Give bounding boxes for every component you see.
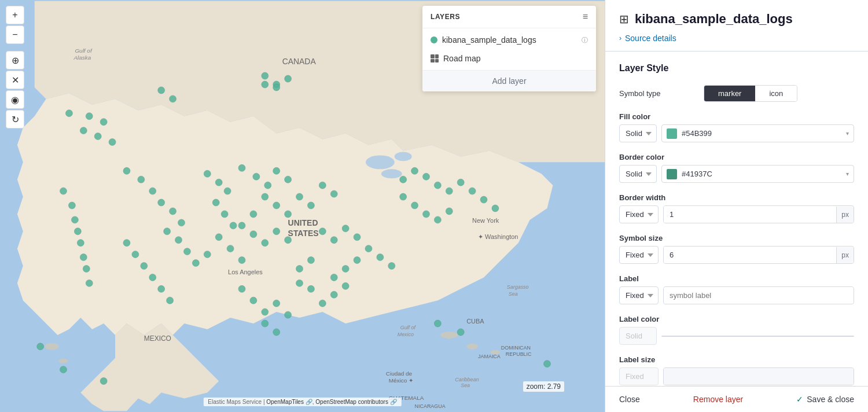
fill-color-type-select[interactable]: Solid — [619, 124, 657, 142]
svg-point-104 — [296, 279, 303, 286]
svg-point-8 — [59, 359, 68, 363]
layers-menu-icon[interactable]: ≡ — [583, 12, 588, 22]
svg-point-34 — [100, 119, 107, 126]
marker-toggle-btn[interactable]: marker — [704, 86, 755, 101]
svg-point-87 — [227, 245, 234, 252]
svg-point-125 — [285, 311, 292, 318]
svg-text:CUBA: CUBA — [466, 318, 484, 325]
fill-color-arrow: ▾ — [841, 130, 854, 137]
svg-text:Sea: Sea — [509, 291, 518, 297]
layer-item-roadmap[interactable]: Road map — [422, 49, 596, 68]
symbol-size-type-select[interactable]: Fixed — [619, 246, 659, 264]
svg-point-117 — [411, 202, 418, 209]
layer-item-kibana[interactable]: kibana_sample_data_logs ⓘ — [422, 31, 596, 49]
svg-point-59 — [149, 274, 156, 281]
add-layer-button[interactable]: Add layer — [422, 70, 596, 91]
map-controls: + − ⊕ ✕ ◉ ↻ — [6, 6, 24, 128]
svg-point-32 — [65, 110, 72, 117]
svg-point-88 — [238, 257, 245, 264]
remove-layer-button[interactable]: Remove layer — [693, 395, 743, 404]
svg-text:DOMINICAN: DOMINICAN — [501, 345, 531, 351]
fill-color-input-group[interactable]: #54B399 ▾ — [661, 124, 854, 142]
symbol-type-row: Symbol type marker icon — [619, 85, 854, 102]
svg-point-66 — [285, 176, 292, 183]
measure-button[interactable]: ✕ — [6, 71, 24, 89]
svg-point-85 — [230, 222, 237, 229]
border-color-row: Border color Solid #41937C ▾ — [619, 153, 854, 183]
label-color-input-group — [661, 336, 854, 337]
svg-point-50 — [170, 208, 176, 215]
fill-color-swatch — [667, 128, 677, 139]
svg-text:Caribbean: Caribbean — [455, 377, 479, 382]
symbol-size-input[interactable] — [664, 247, 836, 263]
label-field-label: Label — [619, 274, 854, 283]
svg-point-107 — [400, 176, 407, 183]
layers-button[interactable]: ◉ — [6, 90, 24, 109]
svg-point-100 — [342, 282, 349, 289]
svg-point-109 — [423, 173, 430, 180]
svg-text:NICARAGUA: NICARAGUA — [415, 403, 446, 409]
svg-point-101 — [330, 291, 337, 298]
svg-point-96 — [388, 263, 395, 270]
border-color-type-select[interactable]: Solid — [619, 165, 657, 183]
border-width-row: Border width Fixed px — [619, 193, 854, 223]
layer-dot-icon — [431, 36, 437, 43]
svg-point-7 — [45, 343, 59, 350]
zoom-in-button[interactable]: + — [6, 6, 24, 24]
zoom-out-button[interactable]: − — [6, 25, 24, 44]
label-type-select[interactable]: Fixed — [619, 286, 659, 304]
symbol-size-input-group: px — [663, 246, 854, 264]
svg-point-49 — [158, 199, 165, 206]
svg-text:UNITED: UNITED — [288, 218, 318, 227]
svg-point-132 — [285, 75, 292, 82]
svg-point-63 — [253, 173, 260, 180]
svg-point-90 — [319, 228, 326, 235]
label-size-row: Label size Fixed — [619, 355, 854, 385]
svg-point-57 — [132, 251, 139, 258]
source-details-row[interactable]: › Source details — [619, 34, 854, 51]
svg-point-38 — [60, 187, 67, 194]
svg-point-44 — [83, 266, 90, 273]
layer-style-section: Layer Style Symbol type marker icon Fill… — [605, 52, 868, 386]
svg-point-140 — [544, 360, 551, 367]
openstreetmap-link[interactable]: OpenStreetMap contributors — [315, 399, 388, 405]
border-width-input[interactable] — [664, 206, 836, 223]
svg-point-82 — [224, 187, 231, 194]
layer-info-icon[interactable]: ⓘ — [582, 36, 588, 45]
svg-point-45 — [86, 279, 93, 286]
svg-point-73 — [330, 190, 337, 197]
symbol-type-label: Symbol type — [619, 89, 694, 98]
compass-button[interactable]: ⊕ — [6, 51, 24, 69]
svg-point-127 — [273, 329, 280, 336]
svg-text:✦ Washington: ✦ Washington — [478, 233, 518, 240]
close-button[interactable]: Close — [619, 395, 640, 404]
svg-point-64 — [264, 182, 271, 189]
border-color-input-group[interactable]: #41937C ▾ — [661, 165, 854, 183]
svg-point-33 — [86, 113, 93, 120]
svg-text:Sargasso: Sargasso — [507, 284, 529, 290]
svg-point-68 — [273, 202, 280, 209]
svg-point-52 — [164, 228, 171, 235]
border-width-type-select[interactable]: Fixed — [619, 205, 659, 223]
border-width-unit: px — [836, 207, 854, 223]
save-close-label: Save & close — [807, 395, 854, 404]
fill-color-value: #54B399 — [682, 125, 841, 142]
svg-point-115 — [492, 205, 499, 212]
save-check-icon: ✓ — [796, 395, 803, 404]
svg-point-139 — [457, 329, 464, 336]
svg-text:Mexico: Mexico — [398, 332, 414, 337]
symbol-size-label: Symbol size — [619, 234, 854, 242]
svg-point-76 — [250, 231, 257, 238]
svg-point-123 — [262, 308, 269, 315]
svg-point-70 — [296, 193, 303, 200]
svg-point-120 — [446, 208, 453, 215]
icon-toggle-btn[interactable]: icon — [755, 86, 797, 101]
save-close-button[interactable]: ✓ Save & close — [796, 395, 854, 404]
label-text-input[interactable] — [664, 287, 854, 304]
map-container[interactable]: CANADA UNITED STATES MEXICO Gulf of Alas… — [0, 0, 605, 412]
openmaptiles-link[interactable]: OpenMapTiles — [266, 399, 304, 405]
refresh-button[interactable]: ↻ — [6, 110, 24, 128]
svg-point-77 — [262, 240, 269, 247]
svg-point-2 — [395, 152, 412, 161]
svg-text:Sea: Sea — [461, 383, 470, 389]
